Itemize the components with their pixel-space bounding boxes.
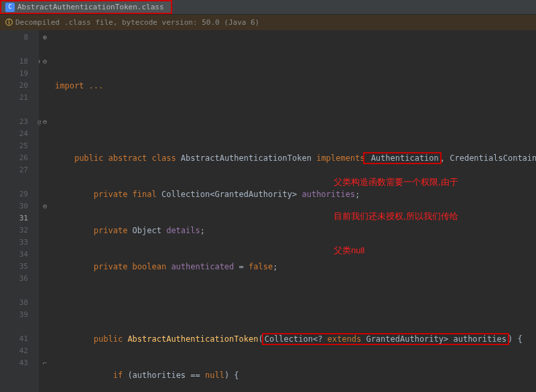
- line-number[interactable]: 34: [0, 249, 28, 261]
- line-number[interactable]: 42: [0, 345, 28, 357]
- fold-end-icon[interactable]: ⌐: [43, 357, 47, 369]
- line-number[interactable]: 29: [0, 188, 28, 200]
- line-number[interactable]: [0, 285, 28, 297]
- line-number[interactable]: 20: [0, 80, 28, 92]
- code-line: private Object details;: [39, 224, 536, 237]
- line-number[interactable]: 19: [0, 68, 28, 80]
- line-number[interactable]: 30: [0, 200, 28, 212]
- line-number[interactable]: 33: [0, 237, 28, 249]
- line-number[interactable]: 25: [0, 140, 28, 152]
- code-area[interactable]: ⊕ ⊖ ⊖ ⊖ ⌐ import ... public abstract cla…: [39, 30, 536, 392]
- code-line: import ...: [39, 80, 536, 92]
- code-line: [39, 116, 536, 128]
- line-number[interactable]: 32: [0, 224, 28, 237]
- fold-expand-icon[interactable]: ⊕: [43, 31, 47, 44]
- line-number[interactable]: 8: [0, 31, 28, 44]
- line-number[interactable]: 26: [0, 152, 28, 164]
- fold-collapse-icon[interactable]: ⊖: [43, 200, 47, 212]
- line-number[interactable]: 41: [0, 333, 28, 345]
- line-gutter[interactable]: 8181920212324252627293031323334353638394…: [0, 30, 39, 392]
- code-line: private final Collection<GrantedAuthorit…: [39, 188, 536, 200]
- line-number[interactable]: 36: [0, 273, 28, 285]
- line-number[interactable]: [0, 369, 28, 381]
- file-tab[interactable]: C AbstractAuthenticationToken.class: [0, 0, 172, 14]
- code-line: private boolean authenticated = false;: [39, 261, 536, 273]
- code-line: [39, 297, 536, 309]
- class-file-icon: C: [5, 3, 15, 12]
- line-number[interactable]: [0, 44, 28, 56]
- fold-column: ⊕ ⊖ ⊖ ⊖ ⌐: [43, 30, 51, 115]
- line-number[interactable]: [0, 176, 28, 188]
- line-number[interactable]: [0, 321, 28, 333]
- line-number[interactable]: 23: [0, 116, 28, 128]
- red-annotation: 父类构造函数需要一个权限,由于 目前我们还未授权,所以我们传给 父类null: [334, 153, 458, 279]
- tab-bar: C AbstractAuthenticationToken.class: [0, 0, 536, 15]
- info-text: Decompiled .class file, bytecode version…: [15, 18, 259, 27]
- line-number[interactable]: 24: [0, 128, 28, 140]
- line-number[interactable]: 27: [0, 164, 28, 176]
- fold-collapse-icon[interactable]: ⊖: [43, 56, 47, 68]
- editor: 8181920212324252627293031323334353638394…: [0, 30, 536, 392]
- code-line: public AbstractAuthenticationToken(Colle…: [39, 333, 536, 345]
- line-number[interactable]: 21: [0, 92, 28, 104]
- code-line: public abstract class AbstractAuthentica…: [39, 152, 536, 164]
- line-number[interactable]: 39: [0, 309, 28, 321]
- line-number[interactable]: 35: [0, 261, 28, 273]
- code-line: if (authorities == null) {: [39, 369, 536, 381]
- decompile-info-bar: ⓘ Decompiled .class file, bytecode versi…: [0, 15, 536, 30]
- line-number[interactable]: 31: [0, 212, 28, 224]
- line-number[interactable]: 18: [0, 56, 28, 68]
- info-icon: ⓘ: [5, 17, 13, 27]
- line-number[interactable]: [0, 104, 28, 116]
- line-number[interactable]: 38: [0, 297, 28, 309]
- line-number[interactable]: 43: [0, 357, 28, 369]
- highlight-constructor-param: Collection<? extends GrantedAuthority> a…: [262, 333, 509, 345]
- tab-filename: AbstractAuthenticationToken.class: [17, 3, 164, 11]
- fold-collapse-icon[interactable]: ⊖: [43, 116, 47, 128]
